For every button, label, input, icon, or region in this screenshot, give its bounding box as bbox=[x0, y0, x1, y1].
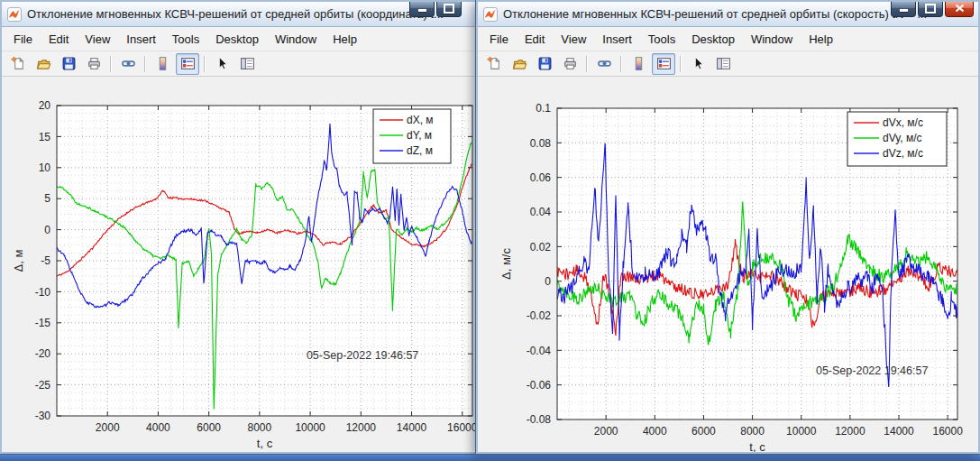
y-axis-label: Δ, м/с bbox=[499, 248, 513, 280]
menu-insert[interactable]: Insert bbox=[118, 30, 164, 49]
insert-legend-button[interactable] bbox=[176, 53, 199, 75]
svg-text:4000: 4000 bbox=[643, 425, 667, 438]
svg-text:-0.08: -0.08 bbox=[527, 413, 552, 426]
insert-colorbar-button[interactable] bbox=[627, 53, 650, 75]
window-title: Отклонение мгновенных КСВЧ-решений от ср… bbox=[27, 7, 444, 21]
svg-text:0.02: 0.02 bbox=[530, 241, 552, 254]
svg-text:6000: 6000 bbox=[691, 425, 716, 438]
legend-entry: dVy, м/с bbox=[883, 132, 922, 144]
menu-window[interactable]: Window bbox=[743, 30, 801, 49]
titlebar[interactable]: Отклонение мгновенных КСВЧ-решений от ср… bbox=[2, 2, 478, 27]
link-plot-button[interactable] bbox=[116, 53, 140, 75]
legend-entry: dVz, м/с bbox=[883, 147, 923, 160]
svg-text:2000: 2000 bbox=[96, 421, 120, 434]
svg-text:14000: 14000 bbox=[397, 421, 427, 434]
svg-text:5: 5 bbox=[44, 192, 50, 205]
svg-text:10000: 10000 bbox=[786, 425, 817, 438]
minimize-icon bbox=[900, 9, 908, 12]
coordinates-plot: 200040006000800010000120001400016000-30-… bbox=[2, 77, 478, 452]
save-figure-button[interactable] bbox=[533, 53, 556, 75]
menu-tools[interactable]: Tools bbox=[640, 30, 683, 49]
toolbar-separator bbox=[144, 56, 146, 72]
print-figure-button[interactable] bbox=[82, 53, 105, 75]
svg-text:8000: 8000 bbox=[248, 421, 272, 434]
legend[interactable]: dVx, м/сdVy, м/сdVz, м/с bbox=[847, 112, 947, 166]
menu-insert[interactable]: Insert bbox=[594, 30, 640, 49]
print-figure-button[interactable] bbox=[558, 53, 582, 75]
maximize-button[interactable] bbox=[436, 2, 462, 17]
menu-tools[interactable]: Tools bbox=[164, 30, 207, 49]
svg-text:6000: 6000 bbox=[197, 421, 221, 434]
save-figure-button[interactable] bbox=[57, 53, 80, 75]
x-axis-label: t, с bbox=[749, 440, 765, 452]
svg-text:0.1: 0.1 bbox=[536, 102, 551, 115]
menu-edit[interactable]: Edit bbox=[41, 30, 77, 49]
svg-text:-0.04: -0.04 bbox=[527, 345, 552, 357]
menu-desktop[interactable]: Desktop bbox=[683, 30, 743, 49]
open-figure-button[interactable] bbox=[508, 53, 531, 75]
link-plot-button[interactable] bbox=[592, 53, 616, 75]
toolbar bbox=[478, 51, 978, 77]
y-axis-label: Δ, м bbox=[12, 250, 25, 272]
toolbar-separator bbox=[204, 56, 206, 72]
svg-text:0.06: 0.06 bbox=[530, 171, 552, 184]
matlab-icon bbox=[483, 7, 498, 22]
figure-canvas: 200040006000800010000120001400016000-30-… bbox=[2, 77, 478, 452]
svg-text:-25: -25 bbox=[35, 379, 51, 392]
menu-bar: FileEditViewInsertToolsDesktopWindowHelp bbox=[478, 27, 978, 51]
toolbar-separator bbox=[680, 56, 682, 72]
svg-text:0: 0 bbox=[545, 275, 551, 288]
menu-view[interactable]: View bbox=[553, 30, 594, 49]
plot-browser-button[interactable] bbox=[235, 53, 259, 75]
toolbar-separator bbox=[620, 56, 622, 72]
svg-text:16000: 16000 bbox=[932, 425, 963, 438]
minimize-button[interactable] bbox=[409, 2, 435, 17]
timestamp-annotation: 05-Sep-2022 19:46:57 bbox=[307, 349, 418, 362]
svg-text:16000: 16000 bbox=[447, 421, 478, 434]
maximize-button[interactable] bbox=[918, 2, 943, 17]
svg-text:12000: 12000 bbox=[346, 421, 377, 434]
svg-text:12000: 12000 bbox=[835, 425, 866, 438]
toolbar bbox=[2, 51, 478, 77]
plot-browser-button[interactable] bbox=[711, 53, 735, 75]
open-figure-button[interactable] bbox=[32, 53, 55, 75]
legend-entry: dZ, м bbox=[407, 144, 433, 157]
maximize-icon bbox=[925, 4, 936, 14]
close-icon bbox=[955, 4, 965, 13]
svg-text:0.04: 0.04 bbox=[530, 206, 552, 218]
figure-window-coordinates: Отклонение мгновенных КСВЧ-решений от ср… bbox=[0, 0, 480, 454]
legend-entry: dY, м bbox=[407, 129, 432, 142]
minimize-button[interactable] bbox=[891, 2, 916, 17]
svg-text:14000: 14000 bbox=[884, 425, 914, 438]
insert-legend-button[interactable] bbox=[652, 53, 675, 75]
menu-file[interactable]: File bbox=[481, 30, 517, 49]
svg-text:20: 20 bbox=[39, 99, 51, 112]
svg-text:-0.02: -0.02 bbox=[527, 309, 552, 322]
titlebar[interactable]: Отклонение мгновенных КСВЧ-решений от ср… bbox=[478, 2, 978, 27]
menu-view[interactable]: View bbox=[77, 30, 118, 49]
new-figure-button[interactable] bbox=[482, 53, 506, 75]
menu-file[interactable]: File bbox=[5, 30, 41, 49]
svg-text:-10: -10 bbox=[35, 286, 51, 299]
x-axis-label: t, с bbox=[257, 437, 273, 450]
menu-edit[interactable]: Edit bbox=[517, 30, 553, 49]
menu-window[interactable]: Window bbox=[267, 30, 325, 49]
new-figure-button[interactable] bbox=[6, 53, 30, 75]
close-button[interactable] bbox=[945, 2, 974, 17]
window-title: Отклонение мгновенных КСВЧ-решений от ср… bbox=[503, 7, 927, 21]
svg-text:-20: -20 bbox=[35, 347, 51, 360]
figure-window-velocities: Отклонение мгновенных КСВЧ-решений от ср… bbox=[476, 0, 980, 454]
menu-help[interactable]: Help bbox=[325, 30, 365, 49]
svg-text:8000: 8000 bbox=[740, 425, 765, 438]
toolbar-separator bbox=[110, 56, 112, 72]
edit-plot-button[interactable] bbox=[686, 53, 710, 75]
edit-plot-button[interactable] bbox=[210, 53, 234, 75]
velocities-plot: 200040006000800010000120001400016000-0.0… bbox=[478, 77, 978, 452]
menu-desktop[interactable]: Desktop bbox=[207, 30, 267, 49]
svg-text:-5: -5 bbox=[41, 254, 50, 267]
svg-text:2000: 2000 bbox=[594, 425, 618, 438]
svg-text:-30: -30 bbox=[35, 410, 51, 422]
menu-help[interactable]: Help bbox=[801, 30, 841, 49]
legend[interactable]: dX, мdY, мdZ, м bbox=[373, 109, 451, 163]
insert-colorbar-button[interactable] bbox=[151, 53, 174, 75]
